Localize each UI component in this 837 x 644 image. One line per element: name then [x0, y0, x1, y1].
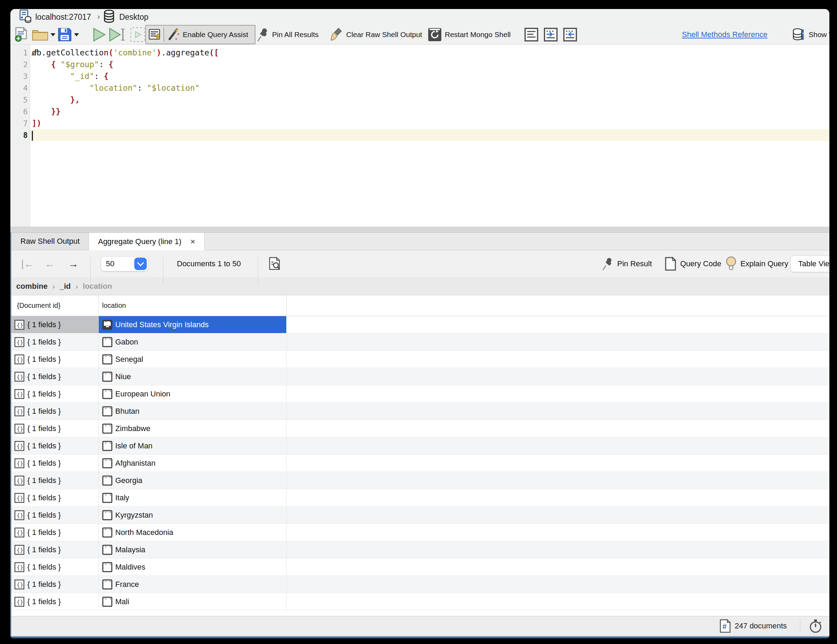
previous-page-button[interactable]: ← — [45, 250, 55, 277]
table-row[interactable]: {}{ 1 fields }" "Zimbabwe — [11, 420, 829, 437]
location-cell[interactable]: " "Bhutan — [98, 402, 287, 420]
location-cell[interactable]: " "Georgia — [98, 472, 287, 489]
document-id-cell[interactable]: {}{ 1 fields } — [11, 455, 98, 472]
explain-query-button[interactable]: Explain Query — [725, 250, 788, 277]
table-row[interactable]: {}{ 1 fields }" "France — [11, 576, 829, 593]
shell-methods-reference-link[interactable]: Shell Methods Reference — [682, 25, 767, 44]
table-row[interactable]: {}{ 1 fields }" "European Union — [11, 385, 829, 402]
stopwatch-icon[interactable] — [809, 618, 822, 634]
table-row[interactable]: {}{ 1 fields }" "Malaysia — [11, 541, 829, 559]
column-header-document-id[interactable]: {Document id} — [11, 295, 98, 316]
find-in-results-button[interactable] — [268, 250, 282, 277]
run-to-cursor-button[interactable] — [108, 25, 126, 44]
location-cell[interactable]: " "Senegal — [98, 351, 287, 368]
table-row[interactable]: {}{ 1 fields }" "Kyrgyzstan — [11, 506, 829, 524]
document-id-cell[interactable]: {}{ 1 fields } — [11, 489, 98, 506]
document-id-cell[interactable]: {}{ 1 fields } — [11, 402, 98, 420]
view-mode-button[interactable]: Table Vie — [790, 250, 829, 277]
location-cell[interactable]: " "European Union — [98, 385, 287, 402]
code-line[interactable]: "_id": { — [30, 70, 829, 82]
location-cell[interactable]: " "France — [98, 576, 287, 593]
location-cell[interactable]: " "Zimbabwe — [98, 420, 287, 437]
page-size-combo[interactable]: 50 — [101, 250, 148, 277]
document-id-cell[interactable]: {}{ 1 fields } — [11, 559, 98, 575]
output-lines-icon[interactable] — [524, 27, 538, 42]
location-cell[interactable]: " "Italy — [98, 489, 287, 506]
save-button[interactable] — [57, 25, 79, 44]
location-cell[interactable]: " "North Macedonia — [98, 524, 287, 541]
run-button[interactable] — [92, 25, 106, 44]
pin-result-button[interactable]: Pin Result — [602, 250, 652, 277]
breadcrumb-item-_id[interactable]: _id — [59, 282, 71, 291]
code-line[interactable]: db.getCollection('combine').aggregate([ — [30, 47, 829, 59]
document-id-cell[interactable]: {}{ 1 fields } — [11, 576, 98, 593]
code-line[interactable]: }, — [30, 94, 829, 105]
table-row[interactable]: {}{ 1 fields }" "Niue — [11, 368, 829, 385]
query-editor[interactable]: 12345678 db.getCollection('combine').agg… — [10, 44, 829, 227]
code-line[interactable]: { "$group": { — [30, 59, 829, 70]
code-line[interactable]: "location": "$location" — [30, 82, 829, 94]
query-code-button[interactable]: Query Code — [664, 250, 721, 277]
table-row[interactable]: {}{ 1 fields }" "United States Virgin Is… — [11, 316, 829, 334]
save-dropdown-caret-icon[interactable] — [74, 33, 79, 36]
enable-query-assist-button[interactable]: Enable Query Assist — [164, 28, 248, 41]
code-line[interactable]: ]) — [30, 117, 829, 129]
document-id-cell[interactable]: {}{ 1 fields } — [11, 524, 98, 541]
document-id-cell[interactable]: {}{ 1 fields } — [11, 368, 98, 385]
document-id-cell[interactable]: {}{ 1 fields } — [11, 593, 98, 610]
table-row[interactable]: {}{ 1 fields }" "North Macedonia — [11, 524, 829, 541]
tab-aggregate-query-line-1-[interactable]: Aggregate Query (line 1)× — [89, 233, 205, 250]
document-id-cell[interactable]: {}{ 1 fields } — [11, 420, 98, 437]
document-id-cell[interactable]: {}{ 1 fields } — [11, 472, 98, 489]
location-cell[interactable]: " "Gabon — [98, 334, 287, 350]
document-id-cell[interactable]: {}{ 1 fields } — [11, 385, 98, 402]
location-text: Mali — [115, 597, 129, 606]
table-row[interactable]: {}{ 1 fields }" "Mali — [11, 593, 829, 610]
table-row[interactable]: {}{ 1 fields }" "Isle of Man — [11, 437, 829, 455]
table-row[interactable]: {}{ 1 fields }" "Gabon — [11, 334, 829, 351]
editor-results-splitter[interactable] — [10, 227, 829, 233]
document-id-cell[interactable]: {}{ 1 fields } — [11, 541, 98, 558]
table-row[interactable]: {}{ 1 fields }" "Italy — [11, 489, 829, 506]
first-page-button[interactable]: |← — [21, 250, 34, 277]
open-file-button[interactable] — [32, 25, 56, 44]
location-cell[interactable]: " "United States Virgin Islands — [98, 316, 287, 333]
code-line[interactable]: }} — [30, 105, 829, 117]
editor-code-area[interactable]: db.getCollection('combine').aggregate([ … — [30, 45, 829, 227]
column-header-location[interactable]: location — [98, 295, 287, 316]
tab-raw-shell-output[interactable]: Raw Shell Output — [11, 233, 89, 250]
document-id-cell[interactable]: {}{ 1 fields } — [11, 351, 98, 368]
close-tab-icon[interactable]: × — [190, 237, 195, 246]
location-cell[interactable]: " "Mali — [98, 593, 287, 610]
page-size-dropdown-button[interactable] — [134, 258, 147, 270]
document-id-cell[interactable]: {}{ 1 fields } — [11, 316, 98, 333]
pin-all-results-button[interactable]: Pin All Results — [257, 25, 318, 44]
code-segment: }, — [70, 95, 80, 104]
clear-raw-shell-output-button[interactable]: Clear Raw Shell Output — [329, 25, 422, 44]
location-cell[interactable]: " "Niue — [98, 368, 287, 385]
code-line[interactable] — [30, 129, 829, 141]
document-id-cell[interactable]: {}{ 1 fields } — [11, 334, 98, 350]
show-visual-button[interactable]: Show Visua — [792, 25, 829, 44]
scroll-to-start-icon[interactable] — [563, 27, 578, 42]
open-file-dropdown-caret-icon[interactable] — [51, 33, 56, 36]
location-cell[interactable]: " "Kyrgyzstan — [98, 506, 287, 524]
restart-mongo-shell-button[interactable]: Restart Mongo Shell — [427, 25, 510, 44]
table-row[interactable]: {}{ 1 fields }" "Afghanistan — [11, 455, 829, 472]
location-cell[interactable]: " "Malaysia — [98, 541, 287, 558]
query-assist-toggle-button[interactable] — [146, 27, 164, 42]
next-page-button[interactable]: → — [68, 250, 79, 277]
table-row[interactable]: {}{ 1 fields }" "Maldives — [11, 559, 829, 576]
document-id-cell[interactable]: {}{ 1 fields } — [11, 437, 98, 454]
table-row[interactable]: {}{ 1 fields }" "Senegal — [11, 351, 829, 368]
location-cell[interactable]: " "Afghanistan — [98, 455, 287, 472]
location-cell[interactable]: " "Maldives — [98, 559, 287, 575]
new-script-button[interactable] — [15, 25, 28, 44]
location-cell[interactable]: " "Isle of Man — [98, 437, 287, 454]
breadcrumb-item-location[interactable]: location — [83, 282, 112, 291]
document-id-cell[interactable]: {}{ 1 fields } — [11, 506, 98, 524]
table-row[interactable]: {}{ 1 fields }" "Georgia — [11, 472, 829, 489]
table-row[interactable]: {}{ 1 fields }" "Bhutan — [11, 402, 829, 420]
scroll-to-end-icon[interactable] — [543, 27, 558, 42]
breadcrumb-item-combine[interactable]: combine — [16, 282, 48, 291]
